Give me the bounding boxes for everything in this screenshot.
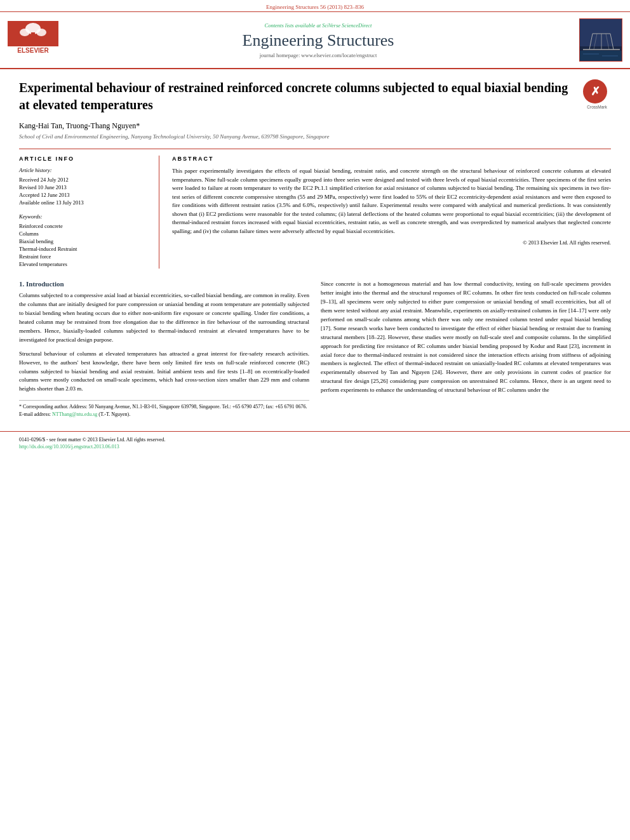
body-section: 1. Introduction Columns subjected to a c… <box>19 280 611 418</box>
svg-rect-9 <box>580 18 622 46</box>
article-title: Experimental behaviour of restrained rei… <box>19 79 611 114</box>
keyword-0: Reinforced concrete <box>19 223 146 229</box>
copyright-line: © 2013 Elsevier Ltd. All rights reserved… <box>172 239 611 246</box>
footnote-email-line: E-mail address: NTThang@ntu.edu.sg (T.-T… <box>19 411 309 418</box>
history-label: Article history: <box>19 167 146 173</box>
engineering-structures-icon: ENGINEERINGSTRUCTURES <box>572 18 622 62</box>
right-column: Since concrete is not a homogeneous mate… <box>321 280 611 418</box>
keyword-3: Thermal-induced Restraint <box>19 246 146 252</box>
svg-rect-4 <box>31 32 35 39</box>
crossmark-icon: ✗ <box>583 79 607 103</box>
email-label: E-mail address: <box>19 411 51 417</box>
article-info-heading: ARTICLE INFO <box>19 156 146 162</box>
email-name: (T.-T. Nguyen). <box>98 411 130 417</box>
footnote-section: * Corresponding author. Address: 50 Nany… <box>19 400 309 418</box>
abstract-section: ABSTRACT This paper experimentally inves… <box>172 156 611 269</box>
authors-line: Kang-Hai Tan, Truong-Thang Nguyen* <box>19 121 611 131</box>
article-meta-row: ARTICLE INFO Article history: Received 2… <box>19 149 611 269</box>
journal-ref-text: Engineering Structures 56 (2013) 823–836 <box>266 4 364 10</box>
history-online: Available online 13 July 2013 <box>19 199 146 206</box>
right-para-1: Since concrete is not a homogeneous mate… <box>321 280 611 395</box>
keywords-section: Keywords: Reinforced concrete Columns Bi… <box>19 213 146 267</box>
history-revised: Revised 10 June 2013 <box>19 184 146 190</box>
elsevier-logo: ELSEVIER <box>8 21 65 60</box>
es-cover-illustration <box>580 18 622 61</box>
footer-doi-link[interactable]: http://dx.doi.org/10.1016/j.engstruct.20… <box>19 444 611 450</box>
article-content: ✗ CrossMark Experimental behaviour of re… <box>0 69 630 425</box>
crossmark-badge[interactable]: ✗ CrossMark <box>583 79 611 109</box>
svg-rect-6 <box>41 36 43 41</box>
journal-reference-bar: Engineering Structures 56 (2013) 823–836 <box>0 0 630 12</box>
journal-name-heading: Engineering Structures <box>65 31 572 50</box>
sciverse-link[interactable]: SciVerse ScienceDirect <box>322 22 372 29</box>
keyword-2: Biaxial bending <box>19 238 146 244</box>
footer-doi-note: 0141-0296/$ - see front matter © 2013 El… <box>19 437 611 443</box>
intro-heading: 1. Introduction <box>19 280 309 288</box>
journal-title-center: Contents lists available at SciVerse Sci… <box>65 22 572 58</box>
svg-rect-5 <box>23 36 25 41</box>
page-footer: 0141-0296/$ - see front matter © 2013 El… <box>0 431 630 453</box>
svg-text:ELSEVIER: ELSEVIER <box>17 47 49 54</box>
intro-para-2: Structural behaviour of columns at eleva… <box>19 350 309 394</box>
intro-column: 1. Introduction Columns subjected to a c… <box>19 280 309 418</box>
keywords-label: Keywords: <box>19 213 146 220</box>
affiliation-line: School of Civil and Environmental Engine… <box>19 133 611 140</box>
journal-homepage: journal homepage: www.elsevier.com/locat… <box>65 52 572 58</box>
contents-text: Contents lists available at <box>265 22 321 29</box>
svg-point-3 <box>36 29 46 36</box>
sciverse-line: Contents lists available at SciVerse Sci… <box>65 22 572 29</box>
es-journal-cover: ENGINEERINGSTRUCTURES <box>579 18 622 62</box>
authors-text: Kang-Hai Tan, Truong-Thang Nguyen* <box>19 121 140 130</box>
abstract-heading: ABSTRACT <box>172 156 611 162</box>
history-accepted: Accepted 12 June 2013 <box>19 192 146 198</box>
elsevier-tree-icon: ELSEVIER <box>8 21 58 56</box>
meta-divider <box>159 156 159 269</box>
keyword-1: Columns <box>19 230 146 237</box>
journal-banner: ELSEVIER Contents lists available at Sci… <box>0 12 630 69</box>
history-received: Received 24 July 2012 <box>19 177 146 183</box>
abstract-text: This paper experimentally investigates t… <box>172 167 611 236</box>
crossmark-label: CrossMark <box>583 105 611 109</box>
keyword-4: Restraint force <box>19 253 146 260</box>
footnote-star-text: * Corresponding author. Address: 50 Nany… <box>19 403 309 411</box>
keyword-5: Elevated temperatures <box>19 261 146 267</box>
email-link[interactable]: NTThang@ntu.edu.sg <box>52 411 98 417</box>
svg-point-2 <box>20 29 30 36</box>
article-info-column: ARTICLE INFO Article history: Received 2… <box>19 156 146 269</box>
intro-para-1: Columns subjected to a compressive axial… <box>19 291 309 345</box>
